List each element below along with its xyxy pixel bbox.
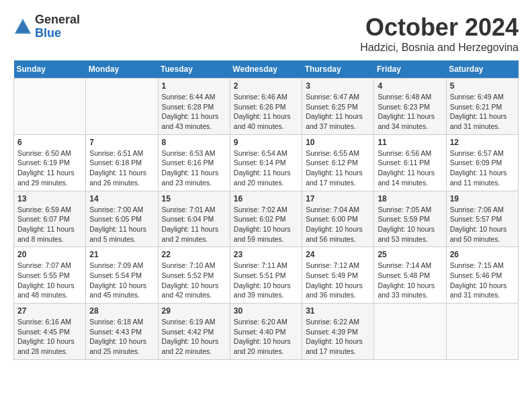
day-number: 4 [378, 81, 442, 91]
day-number: 18 [378, 194, 442, 203]
day-number: 1 [162, 81, 226, 91]
calendar-cell: 13Sunrise: 6:59 AM Sunset: 6:07 PM Dayli… [14, 191, 86, 247]
cell-info: Sunrise: 7:04 AM Sunset: 6:00 PM Dayligh… [306, 205, 370, 244]
logo-icon [13, 17, 32, 36]
cell-info: Sunrise: 6:47 AM Sunset: 6:25 PM Dayligh… [306, 92, 370, 132]
cell-info: Sunrise: 6:53 AM Sunset: 6:16 PM Dayligh… [162, 148, 226, 188]
cell-info: Sunrise: 6:16 AM Sunset: 4:45 PM Dayligh… [17, 317, 82, 357]
day-number: 16 [234, 194, 298, 203]
calendar-cell [374, 304, 446, 360]
cell-info: Sunrise: 6:51 AM Sunset: 6:18 PM Dayligh… [89, 148, 154, 188]
cell-info: Sunrise: 6:22 AM Sunset: 4:39 PM Dayligh… [306, 317, 370, 357]
weekday-header: Friday [374, 60, 446, 79]
calendar-cell: 5Sunrise: 6:49 AM Sunset: 6:21 PM Daylig… [446, 79, 518, 135]
weekday-header: Sunday [14, 60, 86, 79]
day-number: 26 [450, 250, 515, 259]
day-number: 6 [17, 138, 82, 147]
logo-general-text: General [35, 13, 80, 26]
calendar-cell: 4Sunrise: 6:48 AM Sunset: 6:23 PM Daylig… [374, 79, 446, 135]
day-number: 3 [306, 81, 370, 91]
calendar-cell: 7Sunrise: 6:51 AM Sunset: 6:18 PM Daylig… [86, 134, 158, 191]
cell-info: Sunrise: 6:54 AM Sunset: 6:14 PM Dayligh… [234, 148, 298, 188]
cell-info: Sunrise: 7:11 AM Sunset: 5:51 PM Dayligh… [234, 261, 298, 300]
calendar-cell: 17Sunrise: 7:04 AM Sunset: 6:00 PM Dayli… [302, 191, 374, 247]
calendar-cell: 24Sunrise: 7:12 AM Sunset: 5:49 PM Dayli… [302, 247, 374, 304]
cell-info: Sunrise: 6:55 AM Sunset: 6:12 PM Dayligh… [306, 148, 370, 188]
calendar-cell [86, 79, 158, 135]
calendar-week-row: 1Sunrise: 6:44 AM Sunset: 6:28 PM Daylig… [14, 79, 519, 135]
calendar-cell: 28Sunrise: 6:18 AM Sunset: 4:43 PM Dayli… [86, 304, 158, 360]
day-number: 25 [378, 250, 442, 259]
day-number: 27 [17, 306, 82, 316]
cell-info: Sunrise: 6:50 AM Sunset: 6:19 PM Dayligh… [17, 148, 82, 188]
calendar-cell: 3Sunrise: 6:47 AM Sunset: 6:25 PM Daylig… [302, 79, 374, 135]
day-number: 10 [306, 138, 370, 147]
day-number: 29 [162, 306, 226, 316]
day-number: 14 [89, 194, 154, 203]
day-number: 31 [306, 306, 370, 316]
weekday-header: Monday [86, 60, 158, 79]
calendar-table: SundayMondayTuesdayWednesdayThursdayFrid… [13, 60, 519, 360]
day-number: 12 [450, 138, 515, 147]
cell-info: Sunrise: 6:59 AM Sunset: 6:07 PM Dayligh… [17, 205, 82, 244]
day-number: 17 [306, 194, 370, 203]
calendar-cell: 15Sunrise: 7:01 AM Sunset: 6:04 PM Dayli… [158, 191, 230, 247]
day-number: 2 [234, 81, 298, 91]
month-title: October 2024 [360, 13, 519, 42]
cell-info: Sunrise: 6:56 AM Sunset: 6:11 PM Dayligh… [378, 148, 442, 188]
weekday-header-row: SundayMondayTuesdayWednesdayThursdayFrid… [14, 60, 519, 79]
calendar-cell: 16Sunrise: 7:02 AM Sunset: 6:02 PM Dayli… [230, 191, 302, 247]
day-number: 13 [17, 194, 82, 203]
cell-info: Sunrise: 7:01 AM Sunset: 6:04 PM Dayligh… [162, 205, 226, 244]
cell-info: Sunrise: 7:05 AM Sunset: 5:59 PM Dayligh… [378, 205, 442, 244]
cell-info: Sunrise: 7:07 AM Sunset: 5:55 PM Dayligh… [17, 261, 82, 300]
svg-marker-1 [16, 21, 30, 32]
day-number: 9 [234, 138, 298, 147]
calendar-cell: 19Sunrise: 7:06 AM Sunset: 5:57 PM Dayli… [446, 191, 518, 247]
day-number: 7 [89, 138, 154, 147]
calendar-cell: 31Sunrise: 6:22 AM Sunset: 4:39 PM Dayli… [302, 304, 374, 360]
calendar-cell: 25Sunrise: 7:14 AM Sunset: 5:48 PM Dayli… [374, 247, 446, 304]
calendar-cell: 23Sunrise: 7:11 AM Sunset: 5:51 PM Dayli… [230, 247, 302, 304]
weekday-header: Wednesday [230, 60, 302, 79]
day-number: 22 [162, 250, 226, 259]
day-number: 28 [89, 306, 154, 316]
cell-info: Sunrise: 7:06 AM Sunset: 5:57 PM Dayligh… [450, 205, 515, 244]
cell-info: Sunrise: 7:14 AM Sunset: 5:48 PM Dayligh… [378, 261, 442, 300]
logo-blue-text: Blue [35, 26, 61, 40]
cell-info: Sunrise: 7:02 AM Sunset: 6:02 PM Dayligh… [234, 205, 298, 244]
calendar-cell: 27Sunrise: 6:16 AM Sunset: 4:45 PM Dayli… [14, 304, 86, 360]
day-number: 15 [162, 194, 226, 203]
calendar-week-row: 6Sunrise: 6:50 AM Sunset: 6:19 PM Daylig… [14, 134, 519, 191]
calendar-week-row: 20Sunrise: 7:07 AM Sunset: 5:55 PM Dayli… [14, 247, 519, 304]
cell-info: Sunrise: 7:15 AM Sunset: 5:46 PM Dayligh… [450, 261, 515, 300]
cell-info: Sunrise: 7:09 AM Sunset: 5:54 PM Dayligh… [89, 261, 154, 300]
cell-info: Sunrise: 6:48 AM Sunset: 6:23 PM Dayligh… [378, 92, 442, 132]
calendar-cell: 20Sunrise: 7:07 AM Sunset: 5:55 PM Dayli… [14, 247, 86, 304]
calendar-cell: 12Sunrise: 6:57 AM Sunset: 6:09 PM Dayli… [446, 134, 518, 191]
day-number: 5 [450, 81, 515, 91]
weekday-header: Saturday [446, 60, 518, 79]
calendar-cell: 22Sunrise: 7:10 AM Sunset: 5:52 PM Dayli… [158, 247, 230, 304]
weekday-header: Thursday [302, 60, 374, 79]
cell-info: Sunrise: 6:46 AM Sunset: 6:26 PM Dayligh… [234, 92, 298, 132]
cell-info: Sunrise: 6:19 AM Sunset: 4:42 PM Dayligh… [162, 317, 226, 357]
calendar-week-row: 27Sunrise: 6:16 AM Sunset: 4:45 PM Dayli… [14, 304, 519, 360]
cell-info: Sunrise: 6:57 AM Sunset: 6:09 PM Dayligh… [450, 148, 515, 188]
day-number: 24 [306, 250, 370, 259]
calendar-cell: 30Sunrise: 6:20 AM Sunset: 4:40 PM Dayli… [230, 304, 302, 360]
cell-info: Sunrise: 6:44 AM Sunset: 6:28 PM Dayligh… [162, 92, 226, 132]
weekday-header: Tuesday [158, 60, 230, 79]
day-number: 30 [234, 306, 298, 316]
title-area: October 2024 Hadzici, Bosnia and Herzego… [360, 13, 519, 54]
calendar-cell: 8Sunrise: 6:53 AM Sunset: 6:16 PM Daylig… [158, 134, 230, 191]
location-title: Hadzici, Bosnia and Herzegovina [360, 42, 519, 54]
day-number: 20 [17, 250, 82, 259]
cell-info: Sunrise: 7:10 AM Sunset: 5:52 PM Dayligh… [162, 261, 226, 300]
calendar-week-row: 13Sunrise: 6:59 AM Sunset: 6:07 PM Dayli… [14, 191, 519, 247]
cell-info: Sunrise: 6:20 AM Sunset: 4:40 PM Dayligh… [234, 317, 298, 357]
cell-info: Sunrise: 6:18 AM Sunset: 4:43 PM Dayligh… [89, 317, 154, 357]
header: General Blue October 2024 Hadzici, Bosni… [13, 13, 519, 54]
calendar-cell: 2Sunrise: 6:46 AM Sunset: 6:26 PM Daylig… [230, 79, 302, 135]
day-number: 8 [162, 138, 226, 147]
